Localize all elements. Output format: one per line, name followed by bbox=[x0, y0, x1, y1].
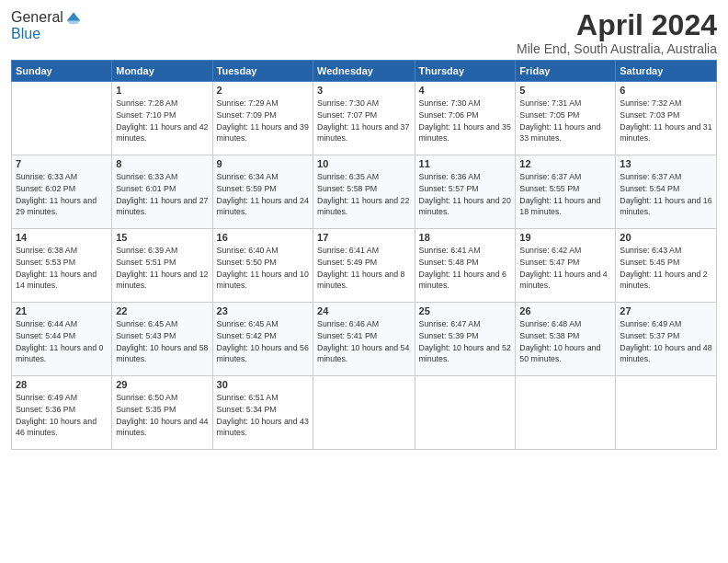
calendar-cell: 1Sunrise: 7:28 AMSunset: 7:10 PMDaylight… bbox=[112, 82, 212, 155]
day-detail: Sunrise: 7:30 AMSunset: 7:07 PMDaylight:… bbox=[317, 98, 410, 144]
calendar-cell: 6Sunrise: 7:32 AMSunset: 7:03 PMDaylight… bbox=[616, 82, 717, 155]
day-detail: Sunrise: 6:47 AMSunset: 5:39 PMDaylight:… bbox=[419, 318, 512, 365]
calendar-cell: 28Sunrise: 6:49 AMSunset: 5:36 PMDayligh… bbox=[12, 376, 112, 450]
month-title: April 2024 bbox=[517, 9, 717, 41]
day-number: 3 bbox=[317, 85, 410, 96]
calendar-cell: 4Sunrise: 7:30 AMSunset: 7:06 PMDaylight… bbox=[415, 82, 516, 155]
day-detail: Sunrise: 6:42 AMSunset: 5:47 PMDaylight:… bbox=[519, 245, 611, 292]
day-number: 22 bbox=[116, 305, 208, 316]
day-detail: Sunrise: 6:49 AMSunset: 5:37 PMDaylight:… bbox=[620, 318, 712, 365]
day-detail: Sunrise: 6:37 AMSunset: 5:54 PMDaylight:… bbox=[620, 171, 712, 218]
day-number: 28 bbox=[16, 379, 108, 390]
day-number: 20 bbox=[620, 232, 712, 243]
calendar-cell: 19Sunrise: 6:42 AMSunset: 5:47 PMDayligh… bbox=[516, 229, 616, 303]
calendar-cell: 9Sunrise: 6:34 AMSunset: 5:59 PMDaylight… bbox=[212, 155, 313, 229]
day-number: 2 bbox=[217, 85, 309, 96]
day-number: 30 bbox=[217, 379, 309, 390]
day-number: 23 bbox=[217, 305, 309, 316]
day-detail: Sunrise: 6:48 AMSunset: 5:38 PMDaylight:… bbox=[519, 318, 611, 365]
day-number: 6 bbox=[620, 85, 712, 96]
day-detail: Sunrise: 6:50 AMSunset: 5:35 PMDaylight:… bbox=[116, 392, 208, 439]
day-number: 7 bbox=[16, 158, 108, 169]
weekday-header: Friday bbox=[516, 61, 616, 82]
calendar-cell: 5Sunrise: 7:31 AMSunset: 7:05 PMDaylight… bbox=[516, 82, 616, 155]
day-detail: Sunrise: 6:46 AMSunset: 5:41 PMDaylight:… bbox=[317, 318, 410, 365]
calendar-cell: 27Sunrise: 6:49 AMSunset: 5:37 PMDayligh… bbox=[616, 303, 717, 376]
day-detail: Sunrise: 6:45 AMSunset: 5:42 PMDaylight:… bbox=[217, 318, 309, 365]
day-number: 26 bbox=[519, 305, 611, 316]
day-number: 4 bbox=[419, 85, 512, 96]
day-number: 21 bbox=[16, 305, 108, 316]
calendar-cell bbox=[313, 376, 415, 450]
calendar-cell: 13Sunrise: 6:37 AMSunset: 5:54 PMDayligh… bbox=[616, 155, 717, 229]
day-detail: Sunrise: 6:35 AMSunset: 5:58 PMDaylight:… bbox=[317, 171, 410, 218]
calendar-cell bbox=[12, 82, 112, 155]
calendar-cell: 12Sunrise: 6:37 AMSunset: 5:55 PMDayligh… bbox=[516, 155, 616, 229]
day-number: 25 bbox=[419, 305, 512, 316]
calendar-cell: 20Sunrise: 6:43 AMSunset: 5:45 PMDayligh… bbox=[616, 229, 717, 303]
calendar-cell: 16Sunrise: 6:40 AMSunset: 5:50 PMDayligh… bbox=[212, 229, 313, 303]
calendar-cell: 2Sunrise: 7:29 AMSunset: 7:09 PMDaylight… bbox=[212, 82, 313, 155]
day-number: 10 bbox=[317, 158, 410, 169]
calendar-cell bbox=[516, 376, 616, 450]
calendar-cell bbox=[415, 376, 516, 450]
weekday-header: Thursday bbox=[415, 61, 516, 82]
calendar-header-row: SundayMondayTuesdayWednesdayThursdayFrid… bbox=[12, 61, 717, 82]
calendar-cell: 15Sunrise: 6:39 AMSunset: 5:51 PMDayligh… bbox=[112, 229, 212, 303]
calendar-week-row: 21Sunrise: 6:44 AMSunset: 5:44 PMDayligh… bbox=[12, 303, 717, 376]
day-detail: Sunrise: 6:37 AMSunset: 5:55 PMDaylight:… bbox=[519, 171, 611, 218]
day-detail: Sunrise: 6:41 AMSunset: 5:49 PMDaylight:… bbox=[317, 245, 410, 292]
day-detail: Sunrise: 7:30 AMSunset: 7:06 PMDaylight:… bbox=[419, 98, 512, 144]
calendar-cell: 22Sunrise: 6:45 AMSunset: 5:43 PMDayligh… bbox=[112, 303, 212, 376]
calendar-cell: 14Sunrise: 6:38 AMSunset: 5:53 PMDayligh… bbox=[12, 229, 112, 303]
day-detail: Sunrise: 6:39 AMSunset: 5:51 PMDaylight:… bbox=[116, 245, 208, 292]
calendar-cell bbox=[616, 376, 717, 450]
day-detail: Sunrise: 7:28 AMSunset: 7:10 PMDaylight:… bbox=[116, 98, 208, 144]
weekday-header: Tuesday bbox=[212, 61, 313, 82]
calendar-week-row: 14Sunrise: 6:38 AMSunset: 5:53 PMDayligh… bbox=[12, 229, 717, 303]
day-number: 1 bbox=[116, 85, 208, 96]
day-detail: Sunrise: 6:36 AMSunset: 5:57 PMDaylight:… bbox=[419, 171, 512, 218]
logo-general: General bbox=[11, 9, 63, 26]
calendar-cell: 18Sunrise: 6:41 AMSunset: 5:48 PMDayligh… bbox=[415, 229, 516, 303]
day-detail: Sunrise: 6:41 AMSunset: 5:48 PMDaylight:… bbox=[419, 245, 512, 292]
calendar-cell: 25Sunrise: 6:47 AMSunset: 5:39 PMDayligh… bbox=[415, 303, 516, 376]
location-title: Mile End, South Australia, Australia bbox=[517, 41, 717, 56]
weekday-header: Saturday bbox=[616, 61, 717, 82]
day-number: 13 bbox=[620, 158, 712, 169]
day-detail: Sunrise: 6:49 AMSunset: 5:36 PMDaylight:… bbox=[16, 392, 108, 439]
day-detail: Sunrise: 7:32 AMSunset: 7:03 PMDaylight:… bbox=[620, 98, 712, 144]
logo: General Blue bbox=[11, 9, 82, 42]
weekday-header: Monday bbox=[112, 61, 212, 82]
calendar-cell: 11Sunrise: 6:36 AMSunset: 5:57 PMDayligh… bbox=[415, 155, 516, 229]
day-detail: Sunrise: 6:33 AMSunset: 6:02 PMDaylight:… bbox=[16, 171, 108, 218]
day-number: 17 bbox=[317, 232, 410, 243]
day-number: 11 bbox=[419, 158, 512, 169]
day-number: 29 bbox=[116, 379, 208, 390]
weekday-header: Wednesday bbox=[313, 61, 415, 82]
calendar-cell: 23Sunrise: 6:45 AMSunset: 5:42 PMDayligh… bbox=[212, 303, 313, 376]
calendar-week-row: 7Sunrise: 6:33 AMSunset: 6:02 PMDaylight… bbox=[12, 155, 717, 229]
calendar-cell: 30Sunrise: 6:51 AMSunset: 5:34 PMDayligh… bbox=[212, 376, 313, 450]
calendar-cell: 7Sunrise: 6:33 AMSunset: 6:02 PMDaylight… bbox=[12, 155, 112, 229]
page-container: General Blue April 2024 Mile End, South … bbox=[0, 0, 728, 455]
day-number: 8 bbox=[116, 158, 208, 169]
day-detail: Sunrise: 6:34 AMSunset: 5:59 PMDaylight:… bbox=[217, 171, 309, 218]
day-number: 16 bbox=[217, 232, 309, 243]
day-number: 12 bbox=[519, 158, 611, 169]
weekday-header: Sunday bbox=[12, 61, 112, 82]
logo-icon bbox=[65, 9, 82, 26]
calendar-cell: 17Sunrise: 6:41 AMSunset: 5:49 PMDayligh… bbox=[313, 229, 415, 303]
calendar-cell: 29Sunrise: 6:50 AMSunset: 5:35 PMDayligh… bbox=[112, 376, 212, 450]
logo-blue: Blue bbox=[11, 26, 82, 42]
calendar-cell: 8Sunrise: 6:33 AMSunset: 6:01 PMDaylight… bbox=[112, 155, 212, 229]
day-number: 19 bbox=[519, 232, 611, 243]
calendar-cell: 24Sunrise: 6:46 AMSunset: 5:41 PMDayligh… bbox=[313, 303, 415, 376]
calendar-cell: 3Sunrise: 7:30 AMSunset: 7:07 PMDaylight… bbox=[313, 82, 415, 155]
calendar-cell: 21Sunrise: 6:44 AMSunset: 5:44 PMDayligh… bbox=[12, 303, 112, 376]
day-number: 24 bbox=[317, 305, 410, 316]
header: General Blue April 2024 Mile End, South … bbox=[11, 9, 717, 56]
day-number: 15 bbox=[116, 232, 208, 243]
day-number: 5 bbox=[519, 85, 611, 96]
calendar-cell: 10Sunrise: 6:35 AMSunset: 5:58 PMDayligh… bbox=[313, 155, 415, 229]
